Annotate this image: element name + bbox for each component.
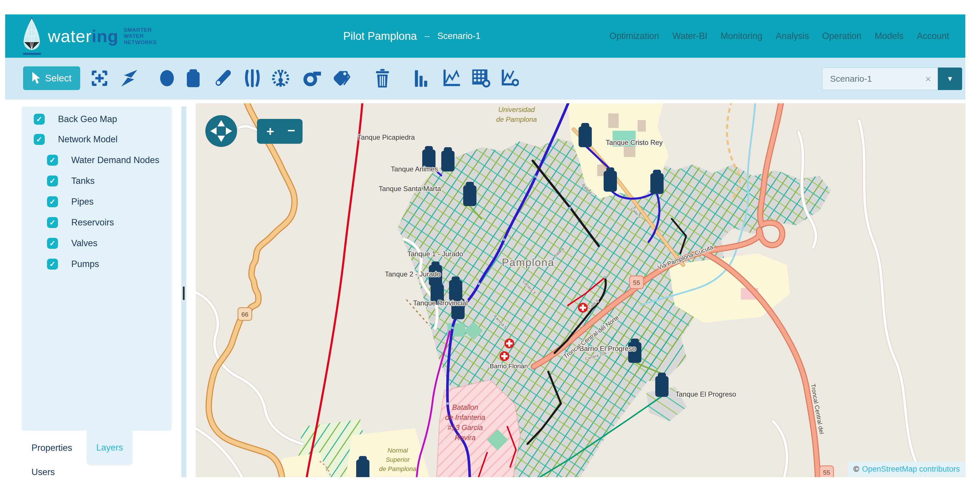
scenario-title: Scenario-1 [437, 31, 480, 41]
valve-icon[interactable] [243, 69, 262, 88]
nav-optimization[interactable]: Optimization [609, 31, 659, 41]
tank-marker-el-progreso[interactable] [655, 373, 668, 397]
svg-text:55: 55 [633, 279, 640, 286]
pump-icon[interactable] [302, 69, 321, 88]
svg-text:Superior: Superior [386, 456, 410, 463]
tank-marker-cristo-rey[interactable] [604, 168, 617, 192]
label-tanque-picapiedra: Tanque Picapiedra [358, 133, 415, 141]
label-barrio-florian: Barrio Florian [490, 362, 528, 370]
checkbox-network-model[interactable]: ✓ [34, 134, 45, 145]
layer-row-pipes: ✓ Pipes [47, 193, 94, 211]
label-pamplona: Pamplona [502, 257, 555, 268]
project-title: Pilot Pamplona [343, 30, 417, 42]
line-chart-icon[interactable] [442, 69, 461, 88]
nav-monitoring[interactable]: Monitoring [721, 31, 762, 41]
checkbox-valves[interactable]: ✓ [47, 238, 58, 249]
svg-text:Batallon: Batallon [452, 403, 478, 411]
sidebar-item-users[interactable]: Users [32, 467, 55, 477]
layer-row-pumps: ✓ Pumps [47, 255, 99, 273]
copyright-icon: © [853, 465, 859, 474]
map-canvas[interactable]: 66 55 55 Universidad de Pamplona Tanque … [196, 103, 966, 477]
brand-water: water [48, 26, 92, 46]
add-node-icon[interactable] [90, 69, 109, 88]
checkbox-back-geo-map[interactable]: ✓ [34, 114, 45, 125]
pipe-icon[interactable] [214, 69, 233, 88]
tank-marker-north[interactable] [579, 123, 592, 147]
tag-icon[interactable] [332, 69, 351, 88]
zoom-out-button[interactable]: − [288, 123, 295, 138]
tank-marker-east[interactable] [650, 170, 663, 194]
tab-properties[interactable]: Properties [32, 443, 72, 453]
scenario-dropdown-button[interactable]: ▼ [938, 67, 962, 90]
brand-ing: ing [92, 26, 119, 46]
layer-row-back-geo-map: ✓ Back Geo Map [34, 110, 117, 128]
checkbox-reservoirs[interactable]: ✓ [47, 217, 58, 228]
page-title: Pilot Pamplona -- Scenario-1 [311, 14, 513, 58]
svg-text:de Pamplona: de Pamplona [496, 115, 537, 123]
nav-operation[interactable]: Operation [822, 31, 861, 41]
label-tanque-1-jurado: Tanque 1 - Jurado [407, 250, 463, 258]
map-attribution: © OpenStreetMap contributors [848, 461, 966, 476]
brand-tagline: SMARTER WATER NETWORKS [124, 27, 157, 45]
app-header: watering SMARTER WATER NETWORKS Pilot Pa… [5, 14, 965, 58]
label-tanque-santa-marta: Tanque Santa Marta [379, 185, 441, 193]
layer-row-tanks: ✓ Tanks [47, 172, 95, 190]
label-tanque-el-progreso: Tanque El Progreso [675, 390, 736, 398]
scenario-select[interactable]: Scenario-1 × [822, 67, 938, 90]
nav-models[interactable]: Models [875, 31, 904, 41]
bar-chart-icon[interactable] [412, 69, 431, 88]
tank-marker-santa-marta[interactable] [463, 182, 476, 206]
water-drop-logo-icon [20, 14, 44, 58]
label-tanque-cristo-rey: Tanque Cristo Rey [606, 139, 662, 146]
label-tanque-2-jurado: Tanque 2 - Jurado [385, 270, 441, 278]
tank-marker-provincial-2[interactable] [451, 295, 465, 319]
label-tanque-provincial: Tanque Provincial [413, 299, 468, 307]
main-nav: Optimization Water-BI Monitoring Analysi… [609, 14, 949, 58]
clear-icon[interactable]: × [925, 73, 931, 85]
layer-row-network-model: ✓ Network Model [34, 130, 118, 148]
tank-marker-picapiedra-2[interactable] [441, 147, 455, 171]
nav-account[interactable]: Account [917, 31, 949, 41]
nav-analysis[interactable]: Analysis [776, 31, 809, 41]
pump-gear-icon[interactable] [271, 69, 290, 88]
chevron-down-icon: ▼ [947, 75, 953, 83]
junction-icon[interactable] [158, 69, 177, 88]
layer-row-valves: ✓ Valves [47, 234, 97, 252]
table-report-icon[interactable] [471, 69, 491, 88]
cursor-icon [32, 72, 40, 85]
delete-icon[interactable] [373, 69, 392, 88]
scatter-chart-icon[interactable] [500, 69, 519, 88]
zoom-in-button[interactable]: + [266, 124, 274, 139]
map-pan-control[interactable] [205, 115, 237, 147]
layers-panel: ✓ Back Geo Map ✓ Network Model ✓ Water D… [22, 107, 172, 431]
select-button[interactable]: Select [23, 66, 80, 90]
hospital-icon [578, 303, 588, 313]
tab-layers[interactable]: Layers [87, 431, 132, 465]
svg-text:Rovira: Rovira [455, 434, 476, 442]
checkbox-pumps[interactable]: ✓ [47, 259, 58, 270]
svg-text:Universidad: Universidad [498, 105, 535, 113]
svg-text:66: 66 [242, 311, 248, 318]
hospital-icon [504, 339, 514, 348]
osm-attribution-link[interactable]: OpenStreetMap contributors [862, 465, 960, 474]
layer-row-water-demand-nodes: ✓ Water Demand Nodes [47, 151, 159, 169]
svg-text:de Pamplona: de Pamplona [379, 465, 417, 473]
label-tanque-animes: Tanque Animes [391, 165, 438, 173]
svg-text:55: 55 [823, 469, 830, 476]
layer-row-reservoirs: ✓ Reservoirs [47, 213, 114, 232]
label-barrio-el-progreso: Barrio El Progreso [579, 345, 636, 353]
svg-text:Normal: Normal [388, 447, 408, 454]
route-66-road [209, 103, 295, 477]
tank-icon[interactable] [184, 69, 203, 88]
flow-direction-icon[interactable] [120, 69, 139, 88]
svg-text:de Infanteria: de Infanteria [445, 413, 485, 422]
svg-text:#13 Garcia: #13 Garcia [448, 423, 483, 431]
checkbox-water-demand-nodes[interactable]: ✓ [47, 155, 58, 166]
map-zoom-control[interactable]: + − [257, 119, 302, 144]
checkbox-tanks[interactable]: ✓ [47, 176, 58, 187]
nav-water-bi[interactable]: Water-BI [673, 31, 708, 41]
hospital-icon [500, 351, 509, 361]
map-svg: 66 55 55 Universidad de Pamplona Tanque … [196, 103, 966, 477]
panel-resize-handle[interactable] [183, 287, 185, 300]
checkbox-pipes[interactable]: ✓ [47, 196, 58, 207]
